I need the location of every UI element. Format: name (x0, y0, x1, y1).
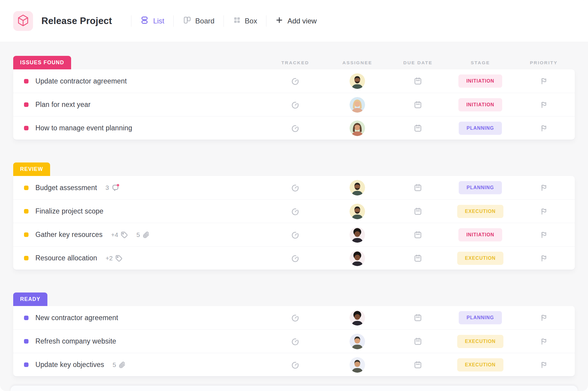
assignee-avatar[interactable] (350, 204, 365, 219)
assignee-avatar[interactable] (350, 180, 365, 196)
assignee-avatar[interactable] (350, 357, 365, 373)
task-title[interactable]: Update contractor agreement (35, 77, 127, 85)
priority-flag-icon[interactable] (540, 337, 548, 346)
due-date-calendar-icon[interactable] (413, 183, 422, 192)
task-status-bullet[interactable] (24, 79, 28, 83)
priority-flag-icon[interactable] (540, 124, 548, 132)
comment-count[interactable]: 3 (105, 183, 120, 192)
task-row[interactable]: New contractor agreement (13, 306, 575, 329)
task-title[interactable]: Budget assessment (35, 184, 97, 192)
task-row[interactable]: Finalize project scope (13, 199, 575, 223)
group-badge[interactable]: READY (13, 292, 47, 306)
task-status-bullet[interactable] (24, 256, 28, 260)
due-date-calendar-icon[interactable] (413, 337, 422, 346)
stage-badge[interactable]: INITIATION (458, 74, 502, 88)
assignee-avatar[interactable] (350, 310, 365, 326)
task-status-bullet[interactable] (24, 126, 28, 130)
task-status-bullet[interactable] (24, 102, 28, 107)
stage-badge[interactable]: EXECUTION (457, 358, 503, 371)
task-title[interactable]: How to manage event planning (35, 124, 132, 132)
due-date-calendar-icon[interactable] (413, 230, 422, 239)
task-row[interactable]: Plan for next year (13, 93, 575, 116)
assignee-avatar[interactable] (350, 97, 365, 113)
time-tracked-icon[interactable] (291, 230, 300, 239)
stage-badge[interactable]: PLANNING (459, 311, 502, 324)
stage-badge[interactable]: INITIATION (458, 228, 502, 241)
task-title[interactable]: Refresh company website (35, 337, 116, 345)
task-row[interactable]: Budget assessment 3 (13, 176, 575, 199)
time-tracked-icon[interactable] (291, 313, 300, 322)
time-tracked-icon[interactable] (291, 183, 300, 192)
time-tracked-icon[interactable] (291, 254, 300, 263)
time-tracked-icon[interactable] (291, 207, 300, 216)
priority-flag-icon[interactable] (540, 183, 548, 192)
add-view-button[interactable]: Add view (275, 16, 316, 26)
due-date-calendar-icon[interactable] (413, 77, 422, 86)
task-status-bullet[interactable] (24, 362, 28, 367)
group-badge[interactable]: ISSUES FOUND (13, 56, 71, 69)
assignee-avatar[interactable] (350, 73, 365, 89)
task-title[interactable]: Resource allocation (35, 254, 97, 262)
task-status-bullet[interactable] (24, 232, 28, 237)
task-title[interactable]: Finalize project scope (35, 207, 104, 215)
tab-board[interactable]: Board (183, 16, 214, 26)
tag-count[interactable]: +4 (111, 231, 128, 239)
priority-flag-icon[interactable] (540, 361, 548, 369)
priority-flag-icon[interactable] (540, 101, 548, 109)
tab-box[interactable]: Box (233, 16, 257, 26)
due-date-calendar-icon[interactable] (413, 124, 422, 133)
task-row[interactable]: Refresh company website (13, 329, 575, 353)
group-card: Budget assessment 3 (13, 176, 575, 270)
task-row[interactable]: Update key objectives 5 (13, 353, 575, 376)
due-date-calendar-icon[interactable] (413, 360, 422, 369)
due-date-calendar-icon[interactable] (413, 100, 422, 109)
time-tracked-icon[interactable] (291, 337, 300, 346)
view-tabs: List Board (122, 15, 316, 27)
time-tracked-icon[interactable] (291, 77, 300, 86)
task-row[interactable]: How to manage event planning (13, 116, 575, 140)
tag-count[interactable]: +2 (106, 254, 123, 262)
column-header-assignee[interactable]: ASSIGNEE (342, 60, 372, 65)
task-title[interactable]: Plan for next year (35, 101, 91, 109)
stage-badge[interactable]: EXECUTION (457, 335, 503, 348)
assignee-avatar[interactable] (350, 227, 365, 243)
time-tracked-icon[interactable] (291, 360, 300, 369)
stage-badge[interactable]: EXECUTION (457, 252, 503, 265)
task-title[interactable]: New contractor agreement (35, 314, 118, 322)
assignee-avatar[interactable] (350, 120, 365, 136)
column-header-due-date[interactable]: DUE DATE (403, 60, 432, 65)
tab-list[interactable]: List (140, 16, 164, 26)
assignee-avatar[interactable] (350, 250, 365, 266)
stage-badge[interactable]: PLANNING (459, 122, 502, 135)
time-tracked-icon[interactable] (291, 124, 300, 133)
task-status-bullet[interactable] (24, 316, 28, 320)
task-title[interactable]: Gather key resources (35, 231, 103, 239)
divider (173, 15, 174, 27)
task-title[interactable]: Update key objectives (35, 361, 104, 369)
assignee-avatar[interactable] (350, 334, 365, 349)
task-status-bullet[interactable] (24, 339, 28, 344)
column-header-priority[interactable]: PRIORITY (530, 60, 557, 65)
column-header-tracked[interactable]: TRACKED (281, 60, 309, 65)
task-status-bullet[interactable] (24, 209, 28, 214)
column-header-stage[interactable]: STAGE (471, 60, 490, 65)
due-date-calendar-icon[interactable] (413, 313, 422, 322)
time-tracked-icon[interactable] (291, 100, 300, 109)
stage-badge[interactable]: EXECUTION (457, 205, 503, 218)
priority-flag-icon[interactable] (540, 231, 548, 239)
attachment-count[interactable]: 5 (112, 361, 126, 369)
stage-badge[interactable]: INITIATION (458, 98, 502, 111)
attachment-count[interactable]: 5 (136, 231, 150, 239)
due-date-calendar-icon[interactable] (413, 207, 422, 216)
task-row[interactable]: Update contractor agreement (13, 69, 575, 93)
task-status-bullet[interactable] (24, 186, 28, 190)
task-row[interactable]: Gather key resources +4 5 (13, 223, 575, 246)
stage-badge[interactable]: PLANNING (459, 181, 502, 194)
priority-flag-icon[interactable] (540, 254, 548, 262)
priority-flag-icon[interactable] (540, 77, 548, 85)
task-row[interactable]: Resource allocation +2 (13, 246, 575, 270)
priority-flag-icon[interactable] (540, 207, 548, 216)
priority-flag-icon[interactable] (540, 314, 548, 322)
group-badge[interactable]: REVIEW (13, 162, 50, 176)
due-date-calendar-icon[interactable] (413, 254, 422, 263)
